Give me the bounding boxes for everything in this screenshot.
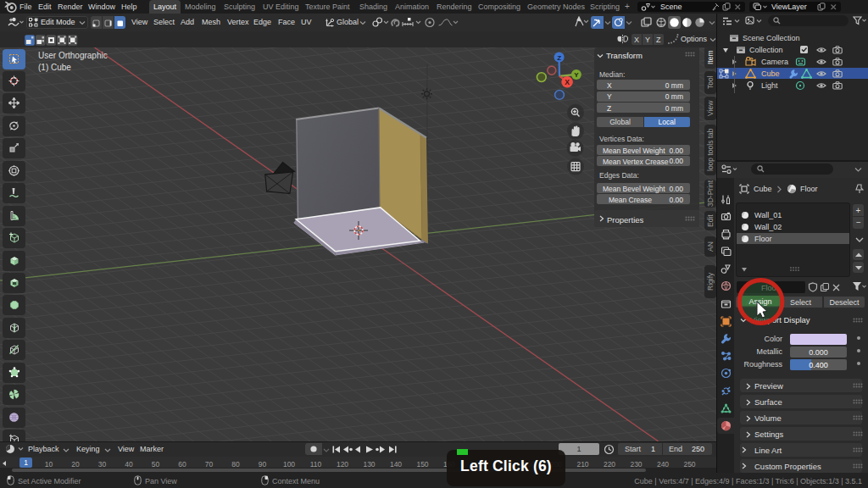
svg-text:Y: Y — [574, 71, 579, 79]
svg-text:Z: Z — [557, 54, 561, 62]
svg-text:X: X — [565, 78, 570, 86]
